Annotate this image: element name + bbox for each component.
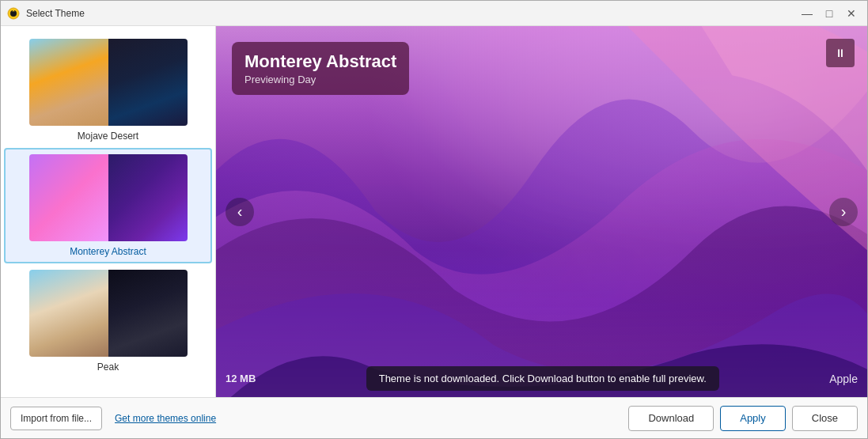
preview-panel: Monterey Abstract Previewing Day ⏸ ‹ › 1…: [216, 26, 867, 397]
bottom-bar: Import from file... Get more themes onli…: [1, 397, 867, 438]
peak-night-half: [108, 270, 188, 357]
mojave-label: Mojave Desert: [78, 131, 138, 142]
theme-list: Mojave Desert Monterey Abstract Peak: [1, 26, 216, 397]
get-more-themes-link[interactable]: Get more themes online: [115, 413, 216, 424]
preview-bottom-bar: 12 MB Theme is not downloaded. Click Dow…: [216, 360, 867, 397]
theme-item-peak[interactable]: Peak: [7, 263, 209, 379]
import-from-file-button[interactable]: Import from file...: [10, 407, 102, 430]
bottom-right-actions: Download Apply Close: [628, 406, 858, 431]
titlebar-left: Select Theme: [7, 7, 85, 20]
pause-icon: ⏸: [835, 47, 846, 59]
close-window-button[interactable]: ✕: [842, 4, 861, 23]
monterey-day-half: [29, 154, 108, 241]
close-button[interactable]: Close: [792, 406, 858, 431]
app-icon: [7, 7, 20, 20]
mojave-thumbnail: [29, 39, 188, 126]
select-theme-window: Select Theme — □ ✕ Mojave Desert: [0, 0, 868, 439]
peak-day-half: [29, 270, 108, 357]
theme-item-monterey[interactable]: Monterey Abstract: [4, 148, 212, 263]
download-button[interactable]: Download: [628, 406, 714, 431]
chevron-right-icon: ›: [841, 202, 847, 221]
monterey-night-half: [108, 154, 188, 241]
window-title: Select Theme: [26, 8, 85, 19]
peak-label: Peak: [97, 361, 119, 373]
notice-text: Theme is not downloaded. Click Download …: [379, 373, 707, 384]
download-notice: Theme is not downloaded. Click Download …: [366, 366, 719, 391]
bottom-left-actions: Import from file... Get more themes onli…: [10, 407, 216, 430]
apply-button[interactable]: Apply: [720, 406, 786, 431]
pause-slideshow-button[interactable]: ⏸: [826, 39, 855, 67]
file-size-label: 12 MB: [226, 373, 256, 384]
minimize-button[interactable]: —: [798, 4, 817, 23]
svg-point-1: [10, 10, 17, 17]
mojave-night-half: [108, 39, 188, 126]
preview-theme-name: Monterey Abstract: [244, 51, 396, 72]
monterey-label: Monterey Abstract: [70, 246, 146, 257]
preview-title-card: Monterey Abstract Previewing Day: [232, 42, 409, 95]
main-content: Mojave Desert Monterey Abstract Peak: [1, 26, 867, 397]
theme-item-mojave[interactable]: Mojave Desert: [7, 32, 209, 148]
monterey-thumbnail: [29, 154, 188, 241]
brand-label: Apple: [829, 373, 858, 385]
peak-thumbnail: [29, 270, 188, 357]
prev-theme-button[interactable]: ‹: [226, 198, 254, 226]
mojave-day-half: [29, 39, 108, 126]
chevron-left-icon: ‹: [237, 202, 243, 221]
window-controls: — □ ✕: [798, 4, 861, 23]
titlebar: Select Theme — □ ✕: [1, 1, 867, 26]
preview-subtitle: Previewing Day: [244, 74, 396, 85]
next-theme-button[interactable]: ›: [829, 198, 858, 226]
maximize-button[interactable]: □: [820, 4, 839, 23]
